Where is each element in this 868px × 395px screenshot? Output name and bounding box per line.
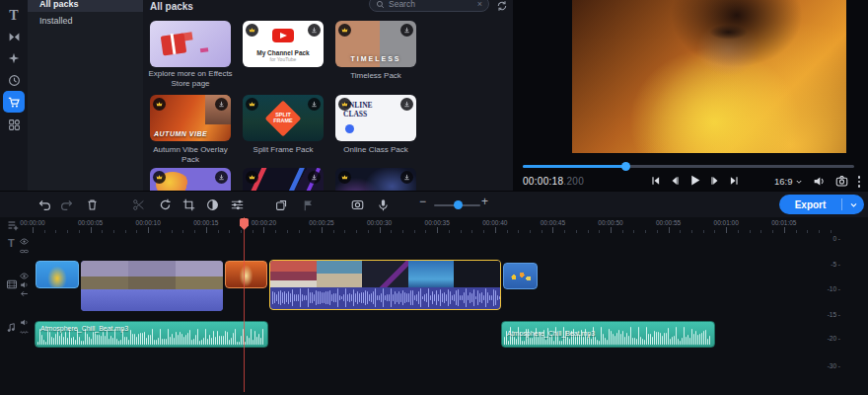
store-card-fluffy-blog[interactable]: FLUFFY BLOG [150,168,231,191]
timeline-ruler[interactable]: 00:00:0000:00:0500:00:1000:00:1500:00:20… [0,217,833,235]
clip-thumbnails [81,261,223,289]
add-track-icon[interactable] [7,219,19,231]
webcam-capture-icon[interactable] [350,198,365,212]
video-track-visibility-icon[interactable] [20,272,29,280]
audio-clip-1[interactable]: Atmosphere_Chill_Beat.mp3 [35,321,268,348]
meter-scale-label: -10 - [825,285,840,292]
video-clip-1[interactable] [36,261,79,288]
seekbar[interactable] [523,165,854,168]
ruler-time-label: 00:00:40 [482,219,507,226]
store-header: All packs [150,1,193,12]
ruler-time-label: 00:00:20 [252,219,276,226]
download-pack-icon[interactable] [308,98,321,111]
store-card-pack[interactable] [335,168,416,191]
download-pack-icon[interactable] [400,98,413,111]
undo-icon[interactable] [37,198,52,212]
art-title: SPLIT FRAME [243,112,324,124]
skip-end-icon[interactable] [729,176,739,186]
color-adjustments-icon[interactable] [205,198,220,212]
meter-scale-label: -20 - [825,335,840,342]
video-clip-3[interactable] [225,261,267,288]
video-track-arrow-icon[interactable] [20,289,29,298]
seekbar-handle[interactable] [621,162,630,171]
zoom-out-icon[interactable]: − [419,195,426,208]
marker-flag-icon[interactable] [301,198,316,212]
play-icon[interactable] [688,174,701,187]
ruler-time-label: 00:00:35 [425,219,450,226]
zoom-in-icon[interactable]: + [481,195,488,208]
transition-wizard-icon[interactable] [274,198,289,212]
packs-tab-all[interactable]: All packs [28,0,143,12]
chevron-down-icon [795,178,803,186]
delete-icon[interactable] [85,198,100,212]
download-pack-icon[interactable] [400,24,413,37]
effects-store-panel: All packs Search × Explore more on Effec… [143,0,513,191]
audio-track-mute-icon[interactable] [20,318,29,327]
download-pack-icon[interactable] [308,24,321,37]
clear-search-icon[interactable]: × [477,0,482,9]
search-placeholder: Search [389,0,473,9]
text-track-link-icon[interactable] [20,247,29,256]
premium-crown-icon [338,171,351,184]
download-pack-icon[interactable] [400,171,413,184]
aspect-ratio-value: 16:9 [774,176,793,187]
meter-scale-label: -30 - [825,362,840,369]
store-card-lets-play[interactable]: Let's Play [243,168,324,191]
packs-tab-installed-label: Installed [39,16,73,26]
crop-icon[interactable] [181,198,196,212]
history-tool-icon[interactable] [3,69,25,91]
ruler-time-label: 00:00:30 [367,219,392,226]
redo-icon[interactable] [59,198,74,212]
video-track-mute-icon[interactable] [20,280,29,289]
more-tools-icon[interactable] [3,114,25,135]
store-card-my-channel-pack[interactable]: My Channel Pack for YouTube [243,21,324,67]
titles-tool-icon[interactable]: T [3,5,25,27]
ruler-time-label: 00:01:00 [714,219,739,226]
split-scissors-icon[interactable] [131,198,146,212]
effects-tool-icon[interactable] [3,47,25,69]
ruler-time-label: 00:00:00 [20,219,44,226]
voiceover-mic-icon[interactable] [376,198,391,212]
next-frame-icon[interactable] [710,176,720,186]
youtube-logo [272,29,294,42]
seekbar-progress [523,165,625,168]
export-button[interactable]: Export [779,195,864,214]
packs-tab-installed[interactable]: Installed [28,13,143,29]
effects-store-tool-icon[interactable] [3,91,25,113]
premium-crown-icon [246,24,258,37]
audio-clip-2[interactable]: Atmosphere_Chill_Beat.mp3 [501,321,715,348]
clip-properties-sliders-icon[interactable] [230,198,245,212]
refresh-store-icon[interactable] [496,0,508,12]
audio-track-wave-icon[interactable] [20,328,29,337]
skip-start-icon[interactable] [651,176,661,186]
zoom-slider-handle[interactable] [454,200,463,209]
packs-tab-all-label: All packs [39,0,79,9]
video-clip-selected[interactable] [269,260,501,310]
export-options-chevron-icon[interactable] [842,200,864,209]
volume-icon[interactable] [813,175,826,188]
snapshot-camera-icon[interactable] [835,175,848,188]
download-pack-icon[interactable] [215,171,228,184]
video-clip-4[interactable] [503,263,538,289]
playback-controls [651,174,739,187]
search-input[interactable]: Search × [369,0,489,12]
store-card-split-frame[interactable]: SPLIT FRAME [243,95,324,141]
store-card-autumn-vibe[interactable]: AUTUMN VIBE [150,95,231,141]
rotate-icon[interactable] [158,198,173,212]
preview-menu-icon[interactable] [858,174,861,190]
timeline-panel: 00:00:0000:00:0500:00:1000:00:1500:00:20… [0,217,868,395]
aspect-ratio-select[interactable]: 16:9 [774,176,803,187]
clip-waveform [270,287,500,308]
download-pack-icon[interactable] [215,98,228,111]
transitions-tool-icon[interactable] [3,26,25,47]
text-track-visibility-icon[interactable] [20,237,29,246]
store-card-explore[interactable] [150,21,231,67]
store-card-online-class[interactable]: ONLINE CLASS [335,95,416,141]
store-card-timeless-pack[interactable]: TIMELESS [335,21,416,67]
current-time: 00:00:18.200 [523,176,584,187]
video-clip-2[interactable] [81,261,223,311]
ruler-time-label: 00:00:15 [193,219,218,226]
previous-frame-icon[interactable] [670,176,680,186]
download-pack-icon[interactable] [308,171,321,184]
ruler-time-label: 00:00:10 [136,219,161,226]
